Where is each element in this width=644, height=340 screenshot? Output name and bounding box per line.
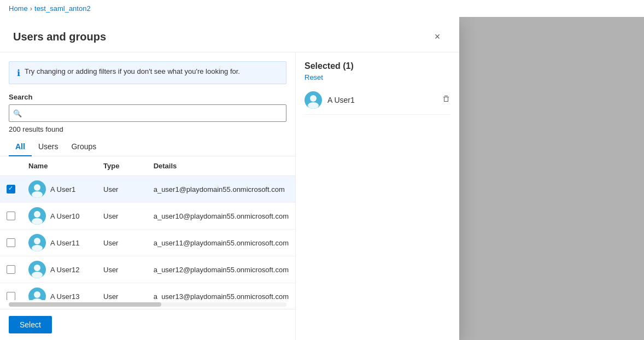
row-checkbox[interactable] [7,292,15,300]
avatar [28,180,46,198]
selected-header: Selected (1) [305,61,450,71]
svg-point-5 [32,245,43,251]
row-details: a_user1@playdomain55.onmicrosoft.com [147,176,295,203]
selected-item: A User1 [305,86,450,115]
row-type: User [97,283,147,301]
svg-point-13 [308,102,319,109]
row-details: a_user12@playdomain55.onmicrosoft.com [147,256,295,283]
row-checkbox[interactable] [7,238,15,247]
users-table-container: Name Type Details A User1Usera_user1@pla… [0,156,295,300]
search-input[interactable] [9,104,286,122]
scrollbar-track [9,302,286,307]
row-name-cell: A User13 [22,283,97,301]
row-name: A User1 [50,185,75,194]
row-checkbox[interactable] [7,185,15,194]
selected-item-avatar [305,91,322,109]
overlay-background[interactable] [459,17,644,340]
row-details: a_user11@playdomain55.onmicrosoft.com [147,230,295,256]
tab-groups[interactable]: Groups [65,138,103,156]
reset-button[interactable]: Reset [305,73,450,81]
row-checkbox-cell [0,283,22,301]
row-type: User [97,230,147,256]
table-row[interactable]: A User10Usera_user10@playdomain55.onmicr… [0,203,295,230]
table-row[interactable]: A User12Usera_user12@playdomain55.onmicr… [0,256,295,283]
row-checkbox[interactable] [7,212,15,220]
info-banner-text: Try changing or adding filters if you do… [25,67,240,75]
selected-item-name: A User1 [327,96,436,104]
select-button[interactable]: Select [9,316,52,333]
svg-point-12 [310,95,317,102]
table-row[interactable]: A User1Usera_user1@playdomain55.onmicros… [0,176,295,203]
col-header-type: Type [97,156,147,176]
row-name-cell: A User10 [22,203,97,230]
table-row[interactable]: A User13Usera_user13@playdomain55.onmicr… [0,283,295,301]
breadcrumb: Home › test_saml_anton2 [0,0,644,17]
horizontal-scrollbar[interactable] [0,300,295,309]
row-type: User [97,176,147,203]
svg-point-2 [34,211,40,218]
row-checkbox-cell [0,230,22,256]
selected-panel: Selected (1) Reset A User1 [295,52,459,340]
breadcrumb-app[interactable]: test_saml_anton2 [34,4,91,13]
row-checkbox-cell [0,256,22,283]
svg-point-3 [32,218,43,225]
col-header-name: Name [22,156,97,176]
svg-point-7 [32,272,43,278]
svg-point-8 [34,291,40,298]
breadcrumb-sep: › [30,4,32,13]
svg-point-0 [34,184,40,191]
search-icon: 🔍 [13,109,22,118]
row-details: a_user13@playdomain55.onmicrosoft.com [147,283,295,301]
row-checkbox-cell [0,176,22,203]
row-name: A User13 [50,292,79,301]
dialog-title: Users and groups [13,31,106,43]
tab-users[interactable]: Users [32,138,65,156]
selected-title: Selected (1) [305,61,354,71]
selected-items-list: A User1 [305,86,450,115]
dialog-left: ℹ Try changing or adding filters if you … [0,52,295,340]
dialog-body: ℹ Try changing or adding filters if you … [0,52,459,340]
row-name-cell: A User1 [22,176,97,203]
dialog-header: Users and groups × [0,17,459,52]
row-name: A User11 [50,239,79,247]
svg-point-1 [32,191,43,198]
table-row[interactable]: A User11Usera_user11@playdomain55.onmicr… [0,230,295,256]
tab-all[interactable]: All [9,138,32,156]
avatar [28,261,46,278]
svg-point-4 [34,238,40,244]
dialog-close-button[interactable]: × [429,28,446,45]
search-input-wrap: 🔍 [9,104,286,122]
row-details: a_user10@playdomain55.onmicrosoft.com [147,203,295,230]
avatar [28,234,46,251]
row-name: A User12 [50,266,79,274]
svg-point-6 [34,265,40,271]
info-icon: ℹ [17,68,20,78]
avatar [28,207,46,225]
breadcrumb-home[interactable]: Home [9,4,28,13]
search-label: Search [9,93,286,101]
avatar [28,288,46,300]
dialog-footer: Select [0,309,295,340]
scrollbar-thumb [9,302,161,307]
info-banner: ℹ Try changing or adding filters if you … [9,61,286,84]
results-count: 200 results found [9,125,286,133]
dialog-panel: Users and groups × ℹ Try changing or add… [0,17,459,340]
col-header-details: Details [147,156,295,176]
search-section: Search 🔍 200 results found [0,89,295,138]
users-table: Name Type Details A User1Usera_user1@pla… [0,156,295,300]
col-header-checkbox [0,156,22,176]
tabs-container: All Users Groups [0,138,295,156]
row-type: User [97,203,147,230]
row-name-cell: A User12 [22,256,97,283]
row-name: A User10 [50,212,79,220]
row-checkbox[interactable] [7,265,15,274]
dialog-overlay: Users and groups × ℹ Try changing or add… [0,17,644,340]
row-checkbox-cell [0,203,22,230]
row-name-cell: A User11 [22,230,97,256]
row-type: User [97,256,147,283]
delete-selected-item-button[interactable] [442,95,450,105]
